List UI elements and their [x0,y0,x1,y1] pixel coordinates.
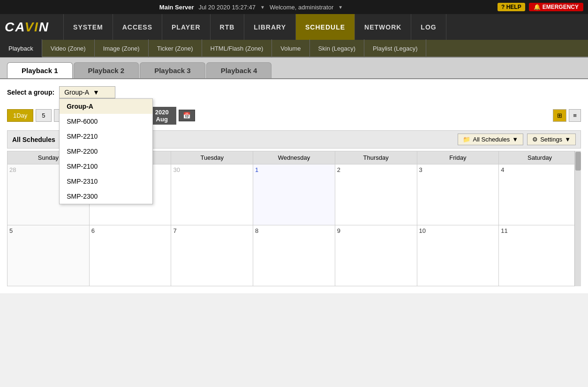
group-selector-label: Select a group: [7,89,54,96]
nav-network[interactable]: NETWORK [355,14,411,40]
view-1day-button[interactable]: 1Day [7,109,33,122]
col-thursday: Thursday [335,151,417,164]
logo: CAVIN [5,20,49,35]
tab-playback4[interactable]: Playback 4 [206,62,272,78]
view-5day-button[interactable]: 5 [36,109,51,122]
schedule-bar-right: 📁 All Schedules ▼ ⚙ Settings ▼ [458,134,576,145]
cal-cell-7[interactable]: 7 [171,225,253,286]
group-dropdown-menu: Group-A SMP-6000 SMP-2210 SMP-2200 SMP-2… [59,98,153,204]
subnav-image-zone[interactable]: Image (Zone) [95,39,149,57]
subnav-playlist-legacy[interactable]: Playlist (Legacy) [364,39,426,57]
year-display: 2020 [155,109,169,116]
dropdown-option-smp2310[interactable]: SMP-2310 [60,174,152,189]
top-bar-right: ? HELP 🔔 EMERGENCY [498,3,583,11]
col-friday: Friday [417,151,499,164]
logo-bar: CAVIN SYSTEM ACCESS PLAYER RTB LIBRARY S… [0,14,588,40]
emergency-icon: 🔔 [534,4,541,10]
cal-cell-1[interactable]: 1 [253,164,335,225]
help-button[interactable]: ? HELP [498,3,525,11]
emergency-label: EMERGENCY [543,4,579,10]
nav-system[interactable]: SYSTEM [63,14,113,40]
settings-arrow: ▼ [565,136,571,143]
nav-library[interactable]: LIBRARY [244,14,296,40]
cal-cell-6[interactable]: 6 [89,225,171,286]
cal-toolbar-right: ⊞ ≡ [553,109,581,122]
cal-cell-30[interactable]: 30 [171,164,253,225]
nav-schedule[interactable]: SCHEDULE [296,14,355,40]
welcome-text: Welcome, administrator [270,4,333,11]
dropdown-option-smp2200[interactable]: SMP-2200 [60,144,152,159]
sub-nav: Playback Video (Zone) Image (Zone) Ticke… [0,40,588,58]
subnav-ticker-zone[interactable]: Ticker (Zone) [149,39,202,57]
schedule-bar-label: All Schedules [12,136,55,143]
settings-label: Settings [540,136,562,143]
tab-playback2[interactable]: Playback 2 [74,62,139,78]
cal-cell-8[interactable]: 8 [253,225,335,286]
col-saturday: Saturday [499,151,581,164]
settings-button[interactable]: ⚙ Settings ▼ [527,134,576,145]
calendar-picker-icon: 📅 [183,112,191,119]
nav-access[interactable]: ACCESS [113,14,162,40]
calendar-scrollbar[interactable] [574,151,581,286]
cal-cell-11[interactable]: 11 [499,225,581,286]
list-view-button[interactable]: ≡ [569,109,581,122]
calendar-picker-button[interactable]: 📅 [179,110,195,121]
top-bar: Main Server Jul 20 2020 15:27:47 ▼ Welco… [0,0,588,14]
cal-cell-2[interactable]: 2 [335,164,417,225]
welcome-arrow[interactable]: ▼ [338,5,343,10]
all-schedules-button[interactable]: 📁 All Schedules ▼ [458,134,523,145]
content-area: Select a group: Group-A ▼ Group-A SMP-60… [0,78,588,293]
col-wednesday: Wednesday [253,151,335,164]
list-icon: ≡ [573,112,577,119]
group-dropdown[interactable]: Group-A ▼ [59,86,115,98]
calendar-week-2: 5 6 7 8 9 10 11 [8,225,581,286]
tab-playback3[interactable]: Playback 3 [140,62,205,78]
subnav-playback[interactable]: Playback [0,39,42,57]
all-sched-arrow: ▼ [512,136,518,143]
subnav-video-zone[interactable]: Video (Zone) [42,39,95,57]
dropdown-option-smp2300[interactable]: SMP-2300 [60,189,152,204]
nav-log[interactable]: LOG [411,14,446,40]
datetime-arrow[interactable]: ▼ [260,5,265,10]
group-selector: Select a group: Group-A ▼ Group-A SMP-60… [7,86,581,98]
group-dropdown-arrow: ▼ [93,89,99,96]
dropdown-option-smp2210[interactable]: SMP-2210 [60,129,152,144]
scrollbar-thumb [575,152,581,171]
grid-view-button[interactable]: ⊞ [553,109,566,122]
col-tuesday: Tuesday [171,151,253,164]
server-name: Main Server [159,4,194,11]
cal-cell-3[interactable]: 3 [417,164,499,225]
settings-icon: ⚙ [532,136,538,143]
dropdown-option-smp6000[interactable]: SMP-6000 [60,114,152,129]
datetime: Jul 20 2020 15:27:47 [199,4,256,11]
main-nav: SYSTEM ACCESS PLAYER RTB LIBRARY SCHEDUL… [63,14,583,40]
tab-playback1[interactable]: Playback 1 [7,62,73,78]
dropdown-option-group-a[interactable]: Group-A [60,99,152,114]
cal-cell-5[interactable]: 5 [8,225,90,286]
dropdown-option-smp2100[interactable]: SMP-2100 [60,159,152,174]
subnav-volume[interactable]: Volume [272,39,309,57]
tabs-bar: Playback 1 Playback 2 Playback 3 Playbac… [0,58,588,78]
nav-rtb[interactable]: RTB [211,14,245,40]
nav-player[interactable]: PLAYER [162,14,211,40]
grid-icon: ⊞ [557,112,562,119]
cal-cell-4[interactable]: 4 [499,164,581,225]
subnav-skin-legacy[interactable]: Skin (Legacy) [310,39,364,57]
cal-cell-10[interactable]: 10 [417,225,499,286]
group-dropdown-wrapper: Group-A ▼ Group-A SMP-6000 SMP-2210 SMP-… [59,86,115,98]
folder-icon: 📁 [463,136,470,143]
all-schedules-label: All Schedules [473,136,510,143]
subnav-html-zone[interactable]: HTML/Flash (Zone) [202,39,272,57]
cal-cell-9[interactable]: 9 [335,225,417,286]
top-bar-center: Main Server Jul 20 2020 15:27:47 ▼ Welco… [159,4,343,11]
group-selected-value: Group-A [64,89,89,96]
emergency-button[interactable]: 🔔 EMERGENCY [529,3,583,11]
month-display: Aug [155,116,169,123]
